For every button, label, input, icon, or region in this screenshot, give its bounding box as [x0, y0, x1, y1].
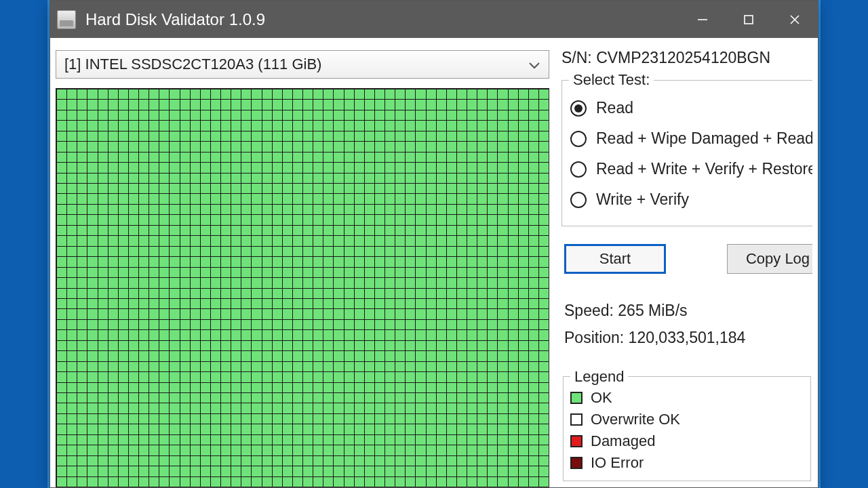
radio-label: Read + Write + Verify + Restore [596, 160, 812, 178]
radio-icon [570, 161, 587, 178]
app-window: Hard Disk Validator 1.0.9 [1] INTEL SSDS… [50, 0, 818, 488]
maximize-icon [743, 14, 755, 26]
radio-icon [570, 100, 587, 117]
radio-read-write-verify-restore[interactable]: Read + Write + Verify + Restore [569, 154, 812, 184]
legend-swatch-ok [570, 392, 583, 404]
position-row: Position: 120,033,501,184 [564, 324, 810, 351]
copy-log-button-label: Copy Log [746, 250, 810, 268]
radio-label: Read + Wipe Damaged + Read [596, 129, 812, 148]
minimize-button[interactable] [679, 1, 726, 38]
speed-value: 265 MiB/s [618, 302, 687, 319]
chevron-down-icon [528, 56, 540, 73]
minimize-icon [696, 14, 709, 26]
button-row: Start Copy Log [561, 244, 812, 274]
legend-label: Overwrite OK [591, 411, 680, 428]
speed-label: Speed: [564, 302, 614, 319]
start-button[interactable]: Start [564, 244, 666, 274]
disk-dropdown-label: [1] INTEL SSDSC2CT120A3 (111 GiB) [64, 56, 321, 73]
block-map [56, 88, 549, 487]
legend-swatch-damaged [570, 435, 583, 447]
position-label: Position: [564, 329, 624, 346]
test-select-group: Select Test: Read Read + Wipe Damaged + … [561, 71, 812, 226]
disk-dropdown[interactable]: [1] INTEL SSDSC2CT120A3 (111 GiB) [56, 50, 549, 79]
serial-row: S/N: CVMP23120254120BGN [561, 50, 812, 67]
legend-io-error: IO Error [570, 452, 804, 474]
app-icon [57, 10, 76, 29]
left-column: [1] INTEL SSDSC2CT120A3 (111 GiB) [56, 50, 549, 487]
block-grid-canvas [56, 89, 549, 487]
legend-damaged: Damaged [570, 430, 804, 452]
stats-block: Speed: 265 MiB/s Position: 120,033,501,1… [561, 294, 812, 354]
radio-label: Write + Verify [596, 190, 689, 209]
maximize-button[interactable] [726, 1, 772, 38]
svg-rect-1 [745, 16, 753, 24]
radio-icon [570, 192, 587, 208]
titlebar[interactable]: Hard Disk Validator 1.0.9 [50, 1, 818, 38]
legend-group: Legend OK Overwrite OK Damaged IO Error [563, 368, 811, 481]
legend-label: IO Error [591, 454, 644, 472]
window-title: Hard Disk Validator 1.0.9 [85, 10, 265, 29]
radio-icon [570, 131, 587, 147]
copy-log-button[interactable]: Copy Log [727, 244, 812, 274]
radio-write-verify[interactable]: Write + Verify [569, 184, 812, 215]
close-icon [789, 14, 801, 26]
legend-swatch-ioerror [570, 457, 583, 469]
radio-read[interactable]: Read [569, 93, 812, 123]
serial-value: CVMP23120254120BGN [596, 50, 770, 66]
legend-label: OK [591, 389, 612, 407]
legend-group-label: Legend [570, 368, 628, 386]
radio-label: Read [596, 99, 633, 117]
radio-read-wipe-read[interactable]: Read + Wipe Damaged + Read [569, 123, 812, 154]
serial-label: S/N: [561, 50, 592, 66]
start-button-label: Start [599, 250, 631, 268]
position-value: 120,033,501,184 [629, 329, 746, 346]
right-column: S/N: CVMP23120254120BGN Select Test: Rea… [561, 50, 812, 487]
legend-overwrite-ok: Overwrite OK [570, 409, 804, 430]
test-group-label: Select Test: [569, 71, 654, 89]
content-area: [1] INTEL SSDSC2CT120A3 (111 GiB) S/N: C… [50, 38, 818, 487]
legend-swatch-overwrite [570, 413, 583, 426]
speed-row: Speed: 265 MiB/s [564, 297, 810, 324]
close-button[interactable] [772, 1, 818, 38]
legend-label: Damaged [591, 432, 655, 450]
legend-ok: OK [570, 387, 804, 409]
